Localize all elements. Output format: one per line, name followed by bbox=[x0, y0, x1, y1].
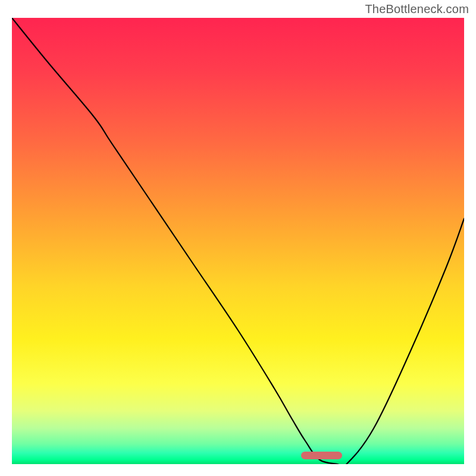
plot-area bbox=[12, 18, 464, 464]
curve-svg bbox=[12, 18, 464, 464]
bottleneck-curve bbox=[12, 18, 464, 464]
optimal-marker bbox=[301, 452, 342, 459]
watermark-text: TheBottleneck.com bbox=[365, 2, 469, 16]
chart-frame: TheBottleneck.com bbox=[0, 0, 476, 476]
